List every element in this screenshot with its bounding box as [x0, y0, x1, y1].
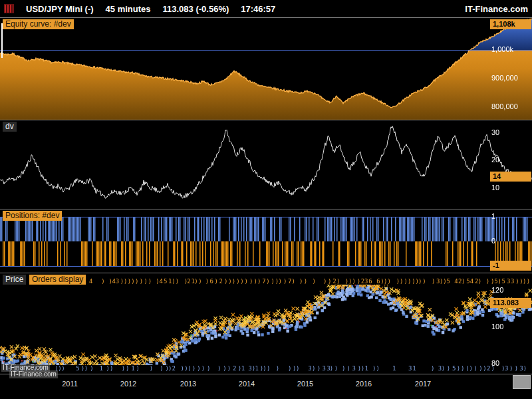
- time-axis[interactable]: 2011 2012 2013 2014 2015 2016 2017: [0, 374, 532, 399]
- brand-label: IT-Finance.com: [465, 4, 528, 14]
- price-panel: Price Orders display 120 100 80 113.083: [0, 273, 532, 374]
- price-chart-canvas[interactable]: [0, 273, 532, 374]
- equity-panel-label[interactable]: Equity curve: #dev: [3, 19, 74, 29]
- clock: 17:46:57: [241, 4, 275, 14]
- price-current-badge: 113.083: [490, 298, 531, 308]
- year-label: 2014: [239, 380, 255, 388]
- panel-separator: [0, 120, 532, 120]
- positions-current-badge: -1: [490, 261, 531, 271]
- panel-separator: [0, 209, 532, 209]
- year-label: 2015: [297, 380, 313, 388]
- dv-current-badge: 14: [490, 172, 531, 182]
- quote-value: 113.083 (-0.56%): [163, 4, 229, 14]
- axis-corner-widget[interactable]: [513, 375, 531, 389]
- price-panel-label[interactable]: Price: [3, 275, 26, 285]
- positions-axis-tick: 1: [491, 212, 495, 221]
- equity-chart-canvas[interactable]: [0, 18, 532, 120]
- price-axis-tick: 80: [491, 359, 499, 368]
- price-axis-tick: 120: [491, 286, 503, 295]
- positions-panel-label[interactable]: Positions: #dev: [3, 211, 62, 221]
- year-label: 2012: [120, 380, 136, 388]
- equity-current-badge: 1,108k: [490, 19, 531, 29]
- year-label: 2011: [62, 380, 78, 388]
- orders-display-label[interactable]: Orders display: [29, 275, 86, 285]
- instrument-icon: [4, 4, 14, 13]
- dv-axis-tick: 30: [491, 128, 499, 137]
- dv-axis-tick: 10: [491, 184, 499, 192]
- trading-chart-window: USD/JPY Mini (-) 45 minutes 113.083 (-0.…: [0, 0, 532, 399]
- dv-panel-label[interactable]: dv: [3, 122, 17, 132]
- year-label: 2016: [356, 380, 372, 388]
- year-label: 2017: [415, 380, 431, 388]
- equity-axis-tick: 800,000: [491, 102, 518, 111]
- panel-separator: [0, 17, 532, 18]
- positions-axis-tick: 0: [491, 237, 495, 245]
- equity-axis-tick: 900,000: [491, 74, 518, 82]
- panel-separator: [0, 273, 532, 273]
- dv-axis-tick: 20: [491, 156, 499, 164]
- watermark: IT-Finance.com: [9, 370, 58, 378]
- timeframe-label[interactable]: 45 minutes: [106, 4, 151, 14]
- symbol-title[interactable]: USD/JPY Mini (-): [26, 4, 94, 14]
- topbar: USD/JPY Mini (-) 45 minutes 113.083 (-0.…: [0, 0, 532, 17]
- year-label: 2013: [180, 380, 196, 388]
- dv-chart-canvas[interactable]: [0, 120, 532, 209]
- positions-panel: Positions: #dev 1 0 -1: [0, 209, 532, 273]
- dv-panel: dv 30 20 10 14: [0, 120, 532, 209]
- price-axis-tick: 100: [491, 323, 503, 331]
- positions-chart-canvas[interactable]: [0, 209, 532, 273]
- equity-axis-tick: 1,000k: [491, 45, 513, 54]
- panel-separator: [0, 374, 532, 374]
- equity-panel: Equity curve: #dev 1,108k 1,000k 900,000…: [0, 18, 532, 120]
